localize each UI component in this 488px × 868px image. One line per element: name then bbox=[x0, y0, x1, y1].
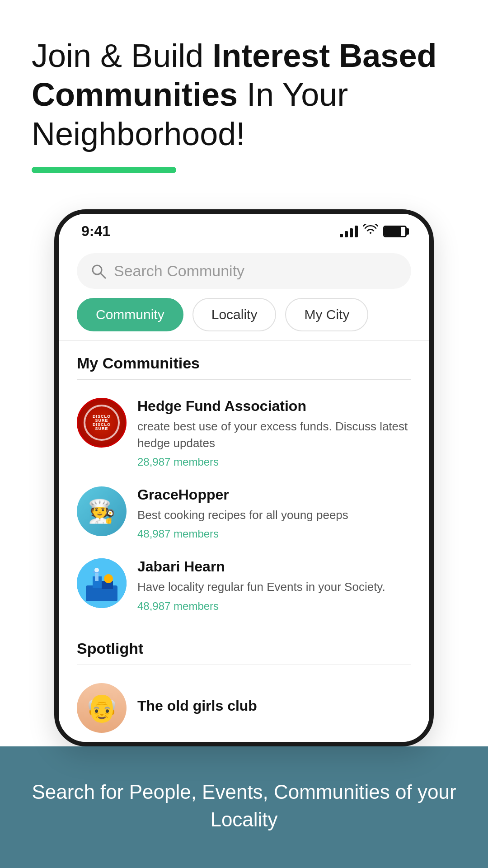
search-bar[interactable]: Search Community bbox=[77, 253, 411, 289]
community-name: Jabari Hearn bbox=[137, 558, 411, 575]
my-communities-title: My Communities bbox=[77, 354, 411, 372]
green-accent-bar bbox=[32, 167, 176, 173]
svg-point-6 bbox=[104, 574, 113, 583]
community-info: Jabari Hearn Have locality regular fun E… bbox=[137, 558, 411, 612]
spotlight-title: Spotlight bbox=[77, 640, 411, 657]
tab-bar: Community Locality My City bbox=[59, 298, 429, 341]
my-communities-section: My Communities DISCLOSUREDISCLOSURE Hedg… bbox=[59, 341, 429, 635]
svg-point-9 bbox=[94, 568, 99, 572]
list-item[interactable]: 🧑‍🍳 GraceHopper Best cooking recipes for… bbox=[77, 477, 411, 549]
status-icons bbox=[340, 224, 407, 239]
list-item[interactable]: 👴 The old girls club bbox=[77, 674, 411, 742]
avatar: 🧑‍🍳 bbox=[77, 486, 127, 536]
tab-community[interactable]: Community bbox=[77, 298, 183, 331]
community-info: The old girls club bbox=[137, 698, 411, 718]
search-container: Search Community bbox=[59, 244, 429, 298]
avatar bbox=[77, 558, 127, 608]
jabari-avatar-svg bbox=[77, 558, 127, 608]
community-members-count: 48,987 members bbox=[137, 528, 411, 540]
spotlight-divider bbox=[77, 665, 411, 665]
status-time: 9:41 bbox=[81, 223, 110, 240]
svg-line-1 bbox=[100, 273, 105, 278]
community-name: Hedge Fund Association bbox=[137, 398, 411, 415]
community-description: create best use of your excess funds. Di… bbox=[137, 418, 411, 451]
community-description: Best cooking recipes for all young peeps bbox=[137, 507, 411, 523]
list-item[interactable]: DISCLOSUREDISCLOSURE Hedge Fund Associat… bbox=[77, 389, 411, 477]
main-headline: Join & Build Interest Based Communities … bbox=[32, 36, 456, 153]
community-members-count: 48,987 members bbox=[137, 600, 411, 613]
community-name: GraceHopper bbox=[137, 486, 411, 503]
tab-my-city[interactable]: My City bbox=[285, 298, 368, 331]
avatar: 👴 bbox=[77, 683, 127, 733]
bottom-bar-text: Search for People, Events, Communities o… bbox=[27, 778, 461, 834]
search-placeholder-text: Search Community bbox=[114, 262, 244, 280]
phone-wrapper: 9:41 bbox=[0, 191, 488, 746]
bottom-bar: Search for People, Events, Communities o… bbox=[0, 746, 488, 868]
headline-part1: Join & Build bbox=[32, 38, 212, 74]
community-members-count: 28,987 members bbox=[137, 456, 411, 468]
wifi-icon bbox=[363, 224, 378, 239]
tab-locality[interactable]: Locality bbox=[192, 298, 277, 331]
community-name: The old girls club bbox=[137, 698, 411, 714]
communities-divider bbox=[77, 379, 411, 380]
community-description: Have locality regular fun Events in your… bbox=[137, 579, 411, 595]
community-info: Hedge Fund Association create best use o… bbox=[137, 398, 411, 468]
search-icon bbox=[90, 263, 107, 279]
list-item[interactable]: Jabari Hearn Have locality regular fun E… bbox=[77, 549, 411, 621]
spotlight-section: Spotlight 👴 The old girls club bbox=[59, 635, 429, 742]
avatar: DISCLOSUREDISCLOSURE bbox=[77, 398, 127, 448]
battery-icon bbox=[383, 226, 407, 237]
status-bar: 9:41 bbox=[59, 214, 429, 244]
community-info: GraceHopper Best cooking recipes for all… bbox=[137, 486, 411, 540]
signal-icon bbox=[340, 226, 358, 237]
phone-mockup: 9:41 bbox=[54, 209, 434, 746]
header-section: Join & Build Interest Based Communities … bbox=[0, 0, 488, 191]
